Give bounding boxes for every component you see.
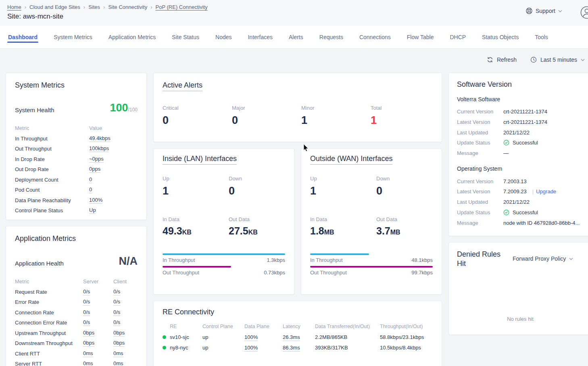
metric-label: Control Plane Status <box>15 207 89 213</box>
breadcrumb-item[interactable]: Sites <box>88 4 100 10</box>
lan-in-data-label: In Data <box>163 216 229 222</box>
re-data-plane[interactable]: 100% <box>244 345 258 351</box>
breadcrumb-item[interactable]: PoP (RE) Connectivity <box>156 4 208 10</box>
tab-dashboard[interactable]: Dashboard <box>7 26 38 48</box>
tab-connections[interactable]: Connections <box>359 26 392 48</box>
refresh-icon <box>487 56 493 63</box>
lan-out-data-value: 27.5KB <box>229 226 285 236</box>
status-dot-icon <box>163 335 166 339</box>
breadcrumb-item[interactable]: Site Connectivity <box>108 4 147 10</box>
metric-value[interactable]: 0 <box>89 186 92 193</box>
metric-label: Server RTT <box>15 361 83 366</box>
metric-client-value[interactable]: 0ms <box>113 350 123 357</box>
breadcrumb: Home›Cloud and Edge Sites›Sites›Site Con… <box>7 4 208 10</box>
metric-client-value[interactable]: 0/s <box>113 319 120 326</box>
chevron-down-icon <box>581 59 585 61</box>
support-menu[interactable]: Support <box>525 7 562 15</box>
breadcrumb-item[interactable]: Cloud and Edge Sites <box>29 4 80 10</box>
alert-count-value: 1 <box>301 115 371 126</box>
metric-client-value[interactable]: 0ms <box>113 360 123 366</box>
metric-value[interactable]: 0pps <box>89 166 100 173</box>
metric-value[interactable]: 100% <box>89 197 102 204</box>
metric-server-value[interactable]: 0/s <box>83 319 90 326</box>
application-metrics-card: Application Metrics Application Health N… <box>6 226 147 366</box>
active-alerts-title[interactable]: Active Alerts <box>163 81 202 91</box>
tab-flow-table[interactable]: Flow Table <box>406 26 435 48</box>
metric-client-value[interactable]: 0/s <box>113 289 120 295</box>
re-control-plane: up <box>202 345 244 351</box>
policy-type-selector[interactable]: Forward Proxy Policy <box>513 255 573 262</box>
metric-server-value[interactable]: 0ms <box>83 350 93 357</box>
metric-label: Downstream Throughput <box>15 340 83 346</box>
metric-client-value[interactable]: 0bps <box>113 330 125 337</box>
chevron-down-icon <box>569 257 573 260</box>
tab-status-objects[interactable]: Status Objects <box>481 26 519 48</box>
tab-dhcp[interactable]: DHCP <box>449 26 467 48</box>
system-health-value: 100 <box>110 102 128 114</box>
software-version-title: Software Version <box>457 80 584 89</box>
software-row-label: Latest Version <box>457 119 503 125</box>
metric-value[interactable]: 49.4kbps <box>89 135 111 142</box>
metric-server-value[interactable]: 0ms <box>83 360 93 366</box>
application-metrics-table: Request Rate 0/s 0/s Error Rate 0/s 0/s … <box>15 287 138 366</box>
metric-client-value[interactable]: 0/s <box>113 309 120 316</box>
tab-site-status[interactable]: Site Status <box>171 26 200 48</box>
wan-interfaces-title[interactable]: Outside (WAN) Interfaces <box>310 155 392 165</box>
success-check-icon <box>503 209 509 215</box>
metric-value[interactable]: Up <box>89 207 96 214</box>
software-row-value: crt-20211221-1374 <box>503 109 547 115</box>
status-dot-icon <box>163 346 166 349</box>
lan-up-label: Up <box>163 176 229 182</box>
metric-row: Client RTT 0ms 0ms <box>15 349 138 359</box>
breadcrumb-item[interactable]: Home <box>7 4 21 10</box>
metric-value[interactable]: 100kbps <box>89 145 109 152</box>
re-connectivity-card: RE Connectivity RE Control Plane Data Pl… <box>153 301 442 366</box>
re-control-plane: up <box>202 334 244 340</box>
metric-client-value[interactable]: 0/s <box>113 299 120 305</box>
wan-interfaces-card: Outside (WAN) Interfaces Up 1 Down 0 In … <box>301 148 442 295</box>
metric-label: In Drop Rate <box>15 156 89 162</box>
refresh-label: Refresh <box>497 56 517 63</box>
refresh-button[interactable]: Refresh <box>487 56 517 63</box>
software-version-row: Update Status Successful <box>457 138 584 148</box>
re-throughput: 58.8kbps/23.1kbps <box>380 334 433 340</box>
metric-server-value[interactable]: 0/s <box>83 289 90 295</box>
software-row-value: Successful <box>513 209 538 215</box>
time-range-selector[interactable]: Last 5 minutes <box>530 56 585 63</box>
software-version-row: Last Updated 2021/12/22 <box>457 127 584 138</box>
tab-application-metrics[interactable]: Application Metrics <box>108 26 157 48</box>
tab-interfaces[interactable]: Interfaces <box>247 26 273 48</box>
metric-client-value[interactable]: 0bps <box>113 340 125 347</box>
tab-requests[interactable]: Requests <box>319 26 344 48</box>
wan-in-throughput-bar-fill <box>310 253 369 255</box>
metric-server-value[interactable]: 0bps <box>83 340 94 347</box>
lan-interfaces-title[interactable]: Inside (LAN) Interfaces <box>163 155 237 165</box>
system-health-label: System Health <box>15 107 54 113</box>
metric-server-value[interactable]: 0/s <box>83 309 90 316</box>
tab-system-metrics[interactable]: System Metrics <box>53 26 93 48</box>
tab-nodes[interactable]: Nodes <box>215 26 232 48</box>
metric-value[interactable]: 0 <box>89 176 92 183</box>
software-version-sections: Volterra Software Current Version crt-20… <box>457 96 584 228</box>
metric-label: Request Rate <box>15 289 83 295</box>
metric-server-value[interactable]: 0/s <box>83 299 90 305</box>
support-label: Support <box>536 8 555 14</box>
lan-down-label: Down <box>229 176 285 182</box>
metric-server-value[interactable]: 0bps <box>83 330 94 337</box>
metric-value[interactable]: ~0pps <box>89 156 104 163</box>
metric-row: Out Throughput 100kbps <box>15 144 138 154</box>
re-latency[interactable]: 86.3ms <box>283 345 300 351</box>
user-avatar[interactable] <box>580 6 588 19</box>
upgrade-link[interactable]: Upgrade <box>536 188 556 195</box>
software-version-row: Message node with ID 467928d0-86bb-4... <box>457 218 584 228</box>
re-data-plane[interactable]: 100% <box>244 334 258 341</box>
tab-tools[interactable]: Tools <box>534 26 549 48</box>
metric-row: Connection Rate 0/s 0/s <box>15 307 138 318</box>
metric-row: Error Rate 0/s 0/s <box>15 297 138 307</box>
tab-alerts[interactable]: Alerts <box>288 26 304 48</box>
metric-label: Out Drop Rate <box>15 166 89 172</box>
re-latency[interactable]: 26.3ms <box>283 334 300 341</box>
clock-icon <box>530 56 537 63</box>
column-control-plane: Control Plane <box>202 324 244 329</box>
software-row-label: Message <box>457 220 503 226</box>
